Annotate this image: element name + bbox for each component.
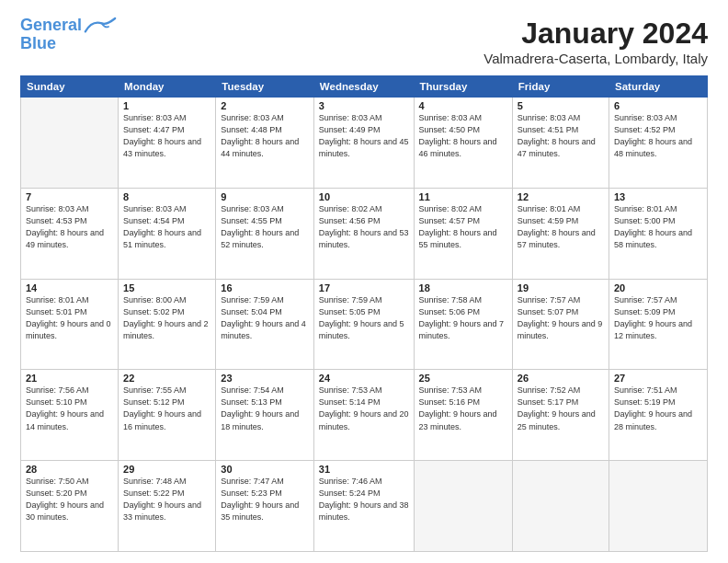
day-cell: 14Sunrise: 8:01 AMSunset: 5:01 PMDayligh… bbox=[21, 279, 119, 370]
day-cell: 26Sunrise: 7:52 AMSunset: 5:17 PMDayligh… bbox=[512, 370, 609, 461]
day-number: 19 bbox=[518, 282, 604, 293]
day-number: 20 bbox=[614, 282, 702, 293]
day-info: Sunrise: 7:52 AMSunset: 5:17 PMDaylight:… bbox=[518, 385, 604, 432]
day-info: Sunrise: 8:01 AMSunset: 5:01 PMDaylight:… bbox=[26, 294, 113, 342]
day-info: Sunrise: 7:53 AMSunset: 5:16 PMDaylight:… bbox=[419, 385, 507, 432]
day-info: Sunrise: 8:03 AMSunset: 4:52 PMDaylight:… bbox=[614, 112, 702, 160]
day-cell: 8Sunrise: 8:03 AMSunset: 4:54 PMDaylight… bbox=[119, 188, 216, 279]
day-info: Sunrise: 7:46 AMSunset: 5:24 PMDaylight:… bbox=[319, 476, 409, 523]
day-number: 25 bbox=[419, 373, 507, 384]
day-number: 13 bbox=[614, 191, 702, 202]
day-cell: 12Sunrise: 8:01 AMSunset: 4:59 PMDayligh… bbox=[512, 188, 609, 279]
week-row-5: 28Sunrise: 7:50 AMSunset: 5:20 PMDayligh… bbox=[21, 461, 708, 552]
weekday-wednesday: Wednesday bbox=[313, 76, 414, 98]
month-title: January 2024 bbox=[483, 17, 708, 51]
day-cell: 27Sunrise: 7:51 AMSunset: 5:19 PMDayligh… bbox=[609, 370, 707, 461]
day-info: Sunrise: 8:01 AMSunset: 4:59 PMDaylight:… bbox=[518, 203, 604, 251]
day-number: 9 bbox=[221, 191, 309, 202]
day-cell: 11Sunrise: 8:02 AMSunset: 4:57 PMDayligh… bbox=[414, 188, 512, 279]
day-info: Sunrise: 8:01 AMSunset: 5:00 PMDaylight:… bbox=[614, 203, 702, 251]
weekday-sunday: Sunday bbox=[21, 76, 119, 98]
day-info: Sunrise: 8:03 AMSunset: 4:47 PMDaylight:… bbox=[123, 112, 210, 160]
day-info: Sunrise: 7:53 AMSunset: 5:14 PMDaylight:… bbox=[319, 385, 409, 432]
day-info: Sunrise: 7:54 AMSunset: 5:13 PMDaylight:… bbox=[221, 385, 309, 432]
day-cell: 24Sunrise: 7:53 AMSunset: 5:14 PMDayligh… bbox=[313, 370, 414, 461]
day-cell: 5Sunrise: 8:03 AMSunset: 4:51 PMDaylight… bbox=[512, 98, 609, 189]
day-number: 28 bbox=[26, 464, 113, 475]
day-number: 5 bbox=[518, 100, 604, 111]
calendar-table: SundayMondayTuesdayWednesdayThursdayFrid… bbox=[20, 75, 708, 552]
day-number: 22 bbox=[123, 373, 210, 384]
day-cell: 10Sunrise: 8:02 AMSunset: 4:56 PMDayligh… bbox=[313, 188, 414, 279]
day-info: Sunrise: 7:59 AMSunset: 5:05 PMDaylight:… bbox=[319, 294, 409, 342]
weekday-tuesday: Tuesday bbox=[216, 76, 314, 98]
day-cell: 2Sunrise: 8:03 AMSunset: 4:48 PMDaylight… bbox=[216, 98, 314, 189]
day-number: 24 bbox=[319, 373, 409, 384]
header: General Blue January 2024 Valmadrera-Cas… bbox=[20, 17, 708, 66]
day-number: 6 bbox=[614, 100, 702, 111]
week-row-3: 14Sunrise: 8:01 AMSunset: 5:01 PMDayligh… bbox=[21, 279, 708, 370]
day-cell: 21Sunrise: 7:56 AMSunset: 5:10 PMDayligh… bbox=[21, 370, 119, 461]
day-number: 26 bbox=[518, 373, 604, 384]
day-info: Sunrise: 8:03 AMSunset: 4:53 PMDaylight:… bbox=[26, 203, 113, 251]
day-cell: 1Sunrise: 8:03 AMSunset: 4:47 PMDaylight… bbox=[119, 98, 216, 189]
day-number: 12 bbox=[518, 191, 604, 202]
day-info: Sunrise: 7:51 AMSunset: 5:19 PMDaylight:… bbox=[614, 385, 702, 432]
day-cell: 25Sunrise: 7:53 AMSunset: 5:16 PMDayligh… bbox=[414, 370, 512, 461]
day-info: Sunrise: 8:02 AMSunset: 4:57 PMDaylight:… bbox=[419, 203, 507, 251]
day-info: Sunrise: 7:47 AMSunset: 5:23 PMDaylight:… bbox=[221, 476, 309, 523]
day-number: 16 bbox=[221, 282, 309, 293]
day-cell: 9Sunrise: 8:03 AMSunset: 4:55 PMDaylight… bbox=[216, 188, 314, 279]
day-cell: 18Sunrise: 7:58 AMSunset: 5:06 PMDayligh… bbox=[414, 279, 512, 370]
day-number: 14 bbox=[26, 282, 113, 293]
day-number: 15 bbox=[123, 282, 210, 293]
day-info: Sunrise: 8:00 AMSunset: 5:02 PMDaylight:… bbox=[123, 294, 210, 342]
title-block: January 2024 Valmadrera-Caserta, Lombard… bbox=[483, 17, 708, 66]
day-cell: 29Sunrise: 7:48 AMSunset: 5:22 PMDayligh… bbox=[119, 461, 216, 552]
day-cell: 23Sunrise: 7:54 AMSunset: 5:13 PMDayligh… bbox=[216, 370, 314, 461]
logo: General Blue bbox=[20, 17, 117, 53]
logo-text: General Blue bbox=[20, 17, 82, 53]
day-info: Sunrise: 7:57 AMSunset: 5:09 PMDaylight:… bbox=[614, 294, 702, 342]
day-cell bbox=[21, 98, 119, 189]
day-cell: 4Sunrise: 8:03 AMSunset: 4:50 PMDaylight… bbox=[414, 98, 512, 189]
weekday-friday: Friday bbox=[512, 76, 609, 98]
day-info: Sunrise: 8:03 AMSunset: 4:51 PMDaylight:… bbox=[518, 112, 604, 160]
weekday-thursday: Thursday bbox=[414, 76, 512, 98]
week-row-4: 21Sunrise: 7:56 AMSunset: 5:10 PMDayligh… bbox=[21, 370, 708, 461]
weekday-header-row: SundayMondayTuesdayWednesdayThursdayFrid… bbox=[21, 76, 708, 98]
day-number: 1 bbox=[123, 100, 210, 111]
week-row-1: 1Sunrise: 8:03 AMSunset: 4:47 PMDaylight… bbox=[21, 98, 708, 189]
day-info: Sunrise: 8:03 AMSunset: 4:50 PMDaylight:… bbox=[419, 112, 507, 160]
day-number: 11 bbox=[419, 191, 507, 202]
day-info: Sunrise: 8:03 AMSunset: 4:49 PMDaylight:… bbox=[319, 112, 409, 160]
day-cell: 19Sunrise: 7:57 AMSunset: 5:07 PMDayligh… bbox=[512, 279, 609, 370]
day-cell bbox=[512, 461, 609, 552]
day-number: 30 bbox=[221, 464, 309, 475]
day-number: 18 bbox=[419, 282, 507, 293]
day-info: Sunrise: 7:57 AMSunset: 5:07 PMDaylight:… bbox=[518, 294, 604, 342]
day-info: Sunrise: 8:03 AMSunset: 4:55 PMDaylight:… bbox=[221, 203, 309, 251]
day-cell bbox=[609, 461, 707, 552]
day-cell bbox=[414, 461, 512, 552]
day-info: Sunrise: 7:55 AMSunset: 5:12 PMDaylight:… bbox=[123, 385, 210, 432]
day-cell: 17Sunrise: 7:59 AMSunset: 5:05 PMDayligh… bbox=[313, 279, 414, 370]
day-info: Sunrise: 8:02 AMSunset: 4:56 PMDaylight:… bbox=[319, 203, 409, 251]
day-number: 10 bbox=[319, 191, 409, 202]
day-cell: 15Sunrise: 8:00 AMSunset: 5:02 PMDayligh… bbox=[119, 279, 216, 370]
weekday-monday: Monday bbox=[119, 76, 216, 98]
day-number: 8 bbox=[123, 191, 210, 202]
day-info: Sunrise: 8:03 AMSunset: 4:54 PMDaylight:… bbox=[123, 203, 210, 251]
day-info: Sunrise: 8:03 AMSunset: 4:48 PMDaylight:… bbox=[221, 112, 309, 160]
day-info: Sunrise: 7:58 AMSunset: 5:06 PMDaylight:… bbox=[419, 294, 507, 342]
day-cell: 3Sunrise: 8:03 AMSunset: 4:49 PMDaylight… bbox=[313, 98, 414, 189]
day-number: 17 bbox=[319, 282, 409, 293]
day-number: 3 bbox=[319, 100, 409, 111]
day-cell: 13Sunrise: 8:01 AMSunset: 5:00 PMDayligh… bbox=[609, 188, 707, 279]
day-number: 27 bbox=[614, 373, 702, 384]
day-cell: 20Sunrise: 7:57 AMSunset: 5:09 PMDayligh… bbox=[609, 279, 707, 370]
day-info: Sunrise: 7:56 AMSunset: 5:10 PMDaylight:… bbox=[26, 385, 113, 432]
day-cell: 16Sunrise: 7:59 AMSunset: 5:04 PMDayligh… bbox=[216, 279, 314, 370]
week-row-2: 7Sunrise: 8:03 AMSunset: 4:53 PMDaylight… bbox=[21, 188, 708, 279]
day-cell: 30Sunrise: 7:47 AMSunset: 5:23 PMDayligh… bbox=[216, 461, 314, 552]
